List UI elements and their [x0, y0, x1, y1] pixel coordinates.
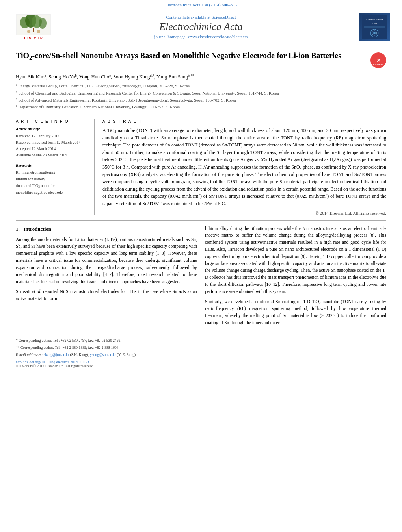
- body-right-para-1: lithium alloy during the lithiation proc…: [205, 225, 386, 295]
- body-right-column: lithium alloy during the lithiation proc…: [205, 225, 386, 330]
- affiliation-b: b School of Chemical and Biological Engi…: [16, 90, 386, 96]
- article-title-area: TiO2-core/Sn-shell Nanotube Arrays Based…: [16, 50, 386, 70]
- email-1-name: (S.H. Kang),: [70, 353, 89, 357]
- svg-rect-5: [33, 28, 34, 32]
- body-text-section: 1. Introduction Among the anode material…: [16, 225, 386, 330]
- email-2-name: (Y.-E. Sung).: [117, 353, 136, 357]
- keywords-section: Keywords: RF magnetron sputtering lithiu…: [16, 163, 88, 196]
- svg-point-6: [27, 30, 30, 33]
- keyword-4: monolithic negative electrode: [16, 189, 88, 196]
- sciencedirect-link[interactable]: ScienceDirect: [212, 15, 236, 19]
- keyword-2: lithium ion battery: [16, 176, 88, 182]
- received-date: Received 12 February 2014: [16, 133, 88, 139]
- footer-doi[interactable]: http://dx.doi.org/10.1016/j.electacta.20…: [16, 360, 386, 364]
- email-2-link[interactable]: ysung@snu.ac.kr: [90, 353, 116, 357]
- abstract-copyright: © 2014 Elsevier Ltd. All rights reserved…: [102, 211, 386, 215]
- keyword-3: tin coated TiO2 nanotube: [16, 182, 88, 189]
- keywords-list: RF magnetron sputtering lithium ion batt…: [16, 169, 88, 196]
- elsevier-image: [16, 14, 51, 35]
- svg-point-7: [37, 30, 40, 33]
- article-info-heading: A R T I C L E I N F O: [16, 119, 88, 124]
- affiliation-c: c School of Advanced Materials Engineeri…: [16, 97, 386, 104]
- journal-center: Contents lists available at ScienceDirec…: [55, 15, 347, 39]
- intro-para-1: Among the anode materials for Li-ion bat…: [16, 236, 197, 285]
- elsevier-wordmark: ELSEVIER: [24, 36, 43, 40]
- journal-url: journal homepage: www.elsevier.com/locat…: [55, 34, 347, 39]
- article-meta-section: A R T I C L E I N F O Article history: R…: [16, 115, 386, 215]
- footer-issn: 0013-4686/© 2014 Elsevier Ltd. All right…: [16, 364, 386, 368]
- intro-section-title: 1. Introduction: [16, 225, 197, 233]
- received-revised-date: Received in revised form 12 March 2014: [16, 139, 88, 146]
- journal-header: ELSEVIER Contents lists available at Sci…: [0, 9, 402, 44]
- affiliation-d: d Department of Chemistry Education, Cho…: [16, 104, 386, 110]
- intro-para-2: Scrosati et al. reported Ni-Sn nanostruc…: [16, 288, 197, 302]
- section-divider: [16, 220, 386, 221]
- page: Electrochimica Acta 130 (2014) 600–605: [0, 0, 402, 532]
- elsevier-logo: ELSEVIER: [12, 14, 55, 40]
- journal-logo-box: Electrochimica Acta: [359, 13, 390, 41]
- email-label: E-mail addresses:: [16, 353, 43, 357]
- svg-text:Acta: Acta: [371, 22, 377, 25]
- abstract-text: A TiO2 nanotube (TONT) with an average p…: [102, 127, 386, 208]
- keyword-1: RF magnetron sputtering: [16, 169, 88, 176]
- svg-text:CrossMark: CrossMark: [373, 63, 383, 66]
- intro-body-text: Among the anode materials for Li-ion bat…: [16, 236, 197, 302]
- svg-text:✕: ✕: [376, 57, 381, 63]
- article-title-text: TiO2-core/Sn-shell Nanotube Arrays Based…: [16, 50, 370, 61]
- journal-citation: Electrochimica Acta 130 (2014) 600–605: [165, 2, 237, 7]
- svg-point-15: [373, 32, 376, 34]
- top-bar: Electrochimica Acta 130 (2014) 600–605: [0, 0, 402, 9]
- crossmark-logo: ✕ CrossMark: [370, 52, 386, 68]
- corresponding-1: * Corresponding author. Tel.: +82 62 530…: [16, 338, 386, 344]
- email-line: E-mail addresses: skang@jnu.ac.kr (S.H. …: [16, 352, 386, 358]
- homepage-link[interactable]: www.elsevier.com/locate/electacta: [188, 34, 248, 39]
- accepted-date: Accepted 12 March 2014: [16, 146, 88, 152]
- body-left-column: 1. Introduction Among the anode material…: [16, 225, 197, 330]
- article-history-dates: Received 12 February 2014 Received in re…: [16, 133, 88, 158]
- article-history-label: Article history:: [16, 127, 88, 131]
- content-area: TiO2-core/Sn-shell Nanotube Arrays Based…: [0, 44, 402, 330]
- footer-notes: * Corresponding author. Tel.: +82 62 530…: [16, 338, 386, 358]
- affiliation-a: a Energy Material Group, Lotte Chemical,…: [16, 83, 386, 89]
- svg-text:Electrochimica: Electrochimica: [365, 18, 383, 21]
- corresponding-2: ** Corresponding author. Tel.: +82 2 880…: [16, 345, 386, 351]
- available-date: Available online 23 March 2014: [16, 152, 88, 158]
- authors-line: Hyun Sik Kima, Seung-Ho Yub, Yong-Hun Ch…: [16, 74, 386, 80]
- affiliations: a Energy Material Group, Lotte Chemical,…: [16, 83, 386, 110]
- abstract-heading: A B S T R A C T: [102, 119, 386, 124]
- svg-point-4: [39, 18, 47, 29]
- keywords-label: Keywords:: [16, 163, 88, 167]
- body-right-para-2: Similarly, we developed a conformal Sn c…: [205, 298, 386, 326]
- footer-area: * Corresponding author. Tel.: +82 62 530…: [0, 334, 402, 373]
- sciencedirect-line: Contents lists available at ScienceDirec…: [55, 15, 347, 19]
- body-right-text: lithium alloy during the lithiation proc…: [205, 225, 386, 326]
- journal-logo-right: Electrochimica Acta: [347, 13, 390, 41]
- email-1-link[interactable]: skang@jnu.ac.kr: [44, 353, 69, 357]
- abstract-column: A B S T R A C T A TiO2 nanotube (TONT) w…: [102, 119, 386, 215]
- journal-title: Electrochimica Acta: [55, 21, 347, 33]
- article-info-column: A R T I C L E I N F O Article history: R…: [16, 119, 95, 215]
